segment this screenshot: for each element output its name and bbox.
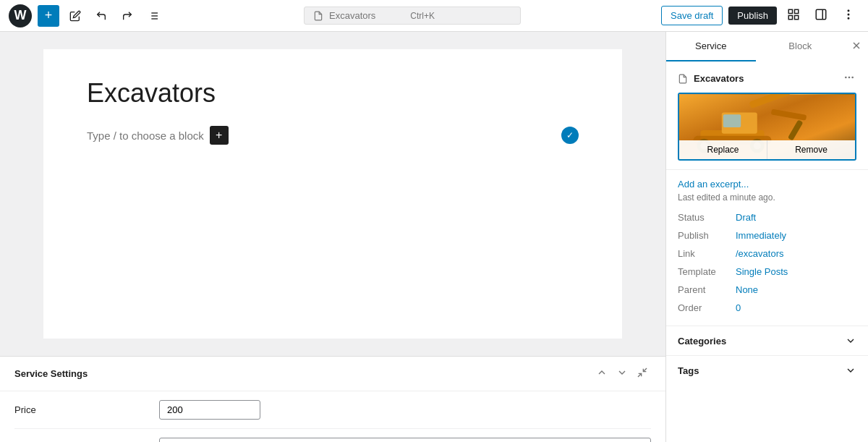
thumbnail-overlay: Replace Remove: [679, 140, 855, 159]
template-value[interactable]: Single Posts: [736, 266, 788, 277]
tags-title: Tags: [678, 365, 699, 376]
order-label: Order: [678, 302, 736, 313]
categories-title: Categories: [678, 336, 726, 347]
svg-rect-6: [788, 9, 792, 13]
edit-tool-button[interactable]: [65, 6, 85, 26]
order-value[interactable]: 0: [736, 302, 741, 313]
sidebar-close-button[interactable]: [845, 34, 868, 59]
add-excerpt-link[interactable]: Add an excerpt...: [678, 179, 749, 190]
price-value: [159, 400, 651, 420]
svg-point-20: [848, 77, 849, 77]
more-icon: [842, 8, 855, 21]
tab-block[interactable]: Block: [756, 32, 846, 61]
svg-line-15: [638, 373, 642, 377]
settings-row-price: Price: [14, 391, 651, 429]
list-icon: [148, 10, 159, 22]
svg-point-14: [848, 18, 849, 20]
sidebar-tab-row: Service Block: [666, 32, 868, 61]
svg-rect-8: [795, 16, 799, 20]
check-icon: ✓: [561, 127, 579, 144]
publish-meta-value[interactable]: Immediately: [736, 230, 786, 241]
editor-content: Excavators Type / to choose a block + ✓: [43, 49, 622, 339]
block-placeholder[interactable]: Type / to choose a block + ✓: [87, 120, 579, 150]
toggle-panel-button[interactable]: [634, 364, 651, 383]
svg-rect-10: [816, 9, 826, 20]
meta-grid: Status Draft Publish Immediately Link /e…: [678, 208, 856, 317]
parent-value[interactable]: None: [736, 284, 758, 295]
svg-rect-9: [788, 16, 792, 20]
collapse-down-button[interactable]: [613, 364, 631, 383]
topbar-center: Excavators Ctrl+K: [169, 7, 655, 25]
editor-area: Excavators Type / to choose a block + ✓ …: [0, 32, 665, 442]
tab-service[interactable]: Service: [666, 32, 756, 61]
publish-meta-label: Publish: [678, 230, 736, 241]
sidebar-section-title: Excavators: [694, 73, 744, 84]
close-icon: [851, 40, 862, 51]
more-options-button[interactable]: [838, 4, 859, 27]
replace-button[interactable]: Replace: [679, 140, 767, 159]
more-horiz-icon: [843, 72, 855, 83]
duration-select[interactable]: 1h 30m 2h: [159, 438, 651, 442]
sidebar-icon: [814, 8, 827, 21]
right-sidebar: Service Block Excavators: [665, 32, 868, 442]
service-settings-header: Service Settings: [0, 357, 665, 391]
svg-point-19: [846, 77, 846, 77]
sidebar-excavators-section: Excavators: [666, 61, 868, 170]
meta-row-link: Link /excavators: [678, 245, 856, 263]
topbar-right: Save draft Publish: [661, 4, 859, 27]
price-label: Price: [14, 400, 145, 415]
svg-rect-7: [795, 9, 799, 13]
sidebar-section-header: Excavators: [678, 70, 856, 87]
wp-logo: W: [9, 4, 32, 27]
sidebar-meta-section: Add an excerpt... Last edited a minute a…: [666, 170, 868, 326]
main-layout: Excavators Type / to choose a block + ✓ …: [0, 32, 868, 442]
redo-icon: [122, 10, 133, 22]
last-edited-text: Last edited a minute ago.: [678, 192, 856, 203]
topbar: W + Excavators Ctrl+K Save draft Publish: [0, 0, 868, 32]
search-title: Excavators: [329, 10, 375, 21]
svg-point-21: [852, 77, 853, 77]
add-block-button[interactable]: +: [38, 5, 59, 27]
publish-button[interactable]: Publish: [728, 7, 777, 25]
categories-section[interactable]: Categories: [666, 326, 868, 356]
settings-controls: [593, 364, 651, 383]
chevron-down-icon: [616, 367, 628, 378]
duration-label: Duration: [14, 438, 145, 442]
undo-icon: [95, 10, 107, 22]
service-settings-title: Service Settings: [14, 368, 593, 379]
search-shortcut: Ctrl+K: [410, 11, 435, 21]
section-more-button[interactable]: [842, 70, 856, 87]
list-view-button[interactable]: [143, 6, 163, 26]
link-value[interactable]: /excavators: [736, 248, 783, 259]
undo-button[interactable]: [91, 6, 111, 26]
tags-section[interactable]: Tags: [666, 356, 868, 385]
link-label: Link: [678, 248, 736, 259]
meta-row-template: Template Single Posts: [678, 263, 856, 281]
save-draft-button[interactable]: Save draft: [661, 6, 723, 25]
view-mode-button[interactable]: [783, 4, 804, 27]
status-label: Status: [678, 212, 736, 223]
tags-chevron-icon: [845, 365, 856, 376]
view-icon: [787, 8, 800, 21]
settings-row-duration: Duration 1h 30m 2h: [14, 429, 651, 442]
parent-label: Parent: [678, 284, 736, 295]
doc-small-icon: [678, 74, 688, 84]
svg-rect-31: [723, 114, 741, 127]
search-bar[interactable]: Excavators Ctrl+K: [304, 7, 521, 25]
minimize-icon: [637, 367, 648, 378]
svg-point-13: [848, 14, 849, 15]
meta-row-publish: Publish Immediately: [678, 226, 856, 245]
svg-point-12: [848, 10, 849, 12]
chevron-up-icon: [596, 367, 608, 378]
status-value[interactable]: Draft: [736, 212, 756, 223]
block-add-inline-button[interactable]: +: [210, 126, 229, 145]
sidebar-toggle-button[interactable]: [810, 4, 832, 27]
redo-button[interactable]: [117, 6, 137, 26]
collapse-up-button[interactable]: [593, 364, 610, 383]
page-title[interactable]: Excavators: [87, 78, 579, 109]
meta-row-parent: Parent None: [678, 281, 856, 299]
duration-value: 1h 30m 2h: [159, 438, 651, 442]
categories-chevron-icon: [845, 335, 856, 347]
price-input[interactable]: [159, 400, 260, 420]
remove-button[interactable]: Remove: [767, 140, 855, 159]
